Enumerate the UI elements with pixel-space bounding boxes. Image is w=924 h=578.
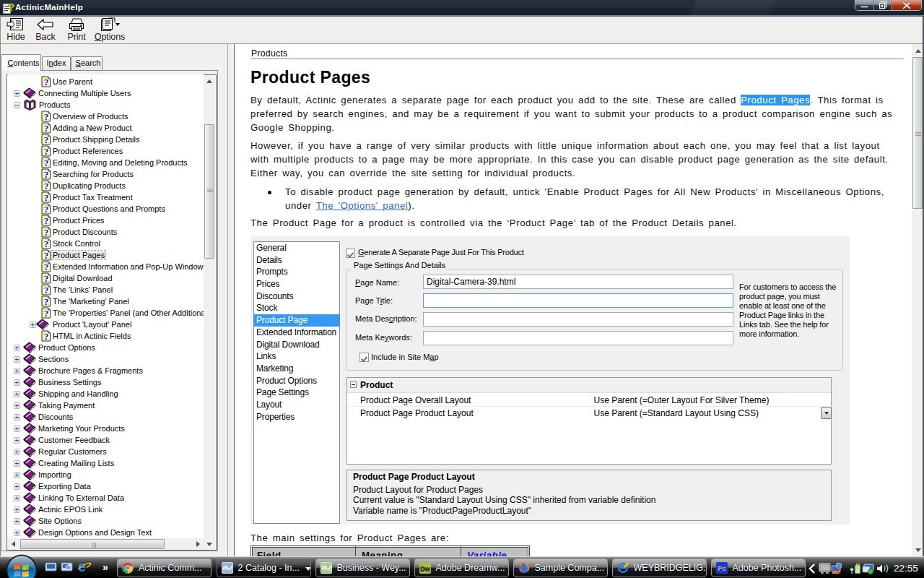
svg-text:?: ? <box>8 1 14 13</box>
svg-text:Ps: Ps <box>718 565 725 572</box>
svg-text:e: e <box>78 561 86 574</box>
svg-text:2: 2 <box>837 566 841 574</box>
svg-text:Dw: Dw <box>420 565 430 572</box>
svg-text:»: » <box>103 561 108 573</box>
